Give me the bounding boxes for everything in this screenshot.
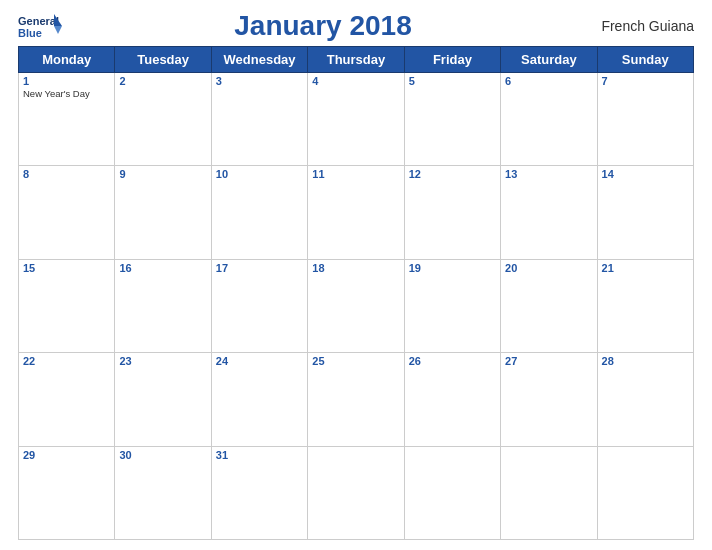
calendar-day-cell: 18 xyxy=(308,259,404,352)
calendar-week-row: 22232425262728 xyxy=(19,353,694,446)
calendar-day-cell: 26 xyxy=(404,353,500,446)
calendar-week-row: 1New Year's Day234567 xyxy=(19,73,694,166)
day-number: 21 xyxy=(602,262,689,274)
day-number: 17 xyxy=(216,262,303,274)
region-label: French Guiana xyxy=(584,18,694,34)
calendar-day-cell: 29 xyxy=(19,446,115,539)
day-number: 30 xyxy=(119,449,206,461)
day-number: 9 xyxy=(119,168,206,180)
calendar-week-row: 15161718192021 xyxy=(19,259,694,352)
calendar-day-cell: 1New Year's Day xyxy=(19,73,115,166)
calendar-day-cell: 21 xyxy=(597,259,693,352)
calendar-day-cell: 7 xyxy=(597,73,693,166)
svg-text:General: General xyxy=(18,15,59,27)
calendar-day-cell: 19 xyxy=(404,259,500,352)
day-number: 8 xyxy=(23,168,110,180)
calendar-day-cell: 8 xyxy=(19,166,115,259)
calendar-title: January 2018 xyxy=(234,10,411,41)
calendar-day-cell: 31 xyxy=(211,446,307,539)
calendar-day-cell: 10 xyxy=(211,166,307,259)
calendar-day-cell: 3 xyxy=(211,73,307,166)
day-number: 27 xyxy=(505,355,592,367)
svg-text:Blue: Blue xyxy=(18,27,42,39)
day-number: 1 xyxy=(23,75,110,87)
calendar-day-cell: 14 xyxy=(597,166,693,259)
day-number: 25 xyxy=(312,355,399,367)
calendar-day-cell: 6 xyxy=(501,73,597,166)
calendar-day-cell xyxy=(597,446,693,539)
day-number: 7 xyxy=(602,75,689,87)
calendar-day-cell: 24 xyxy=(211,353,307,446)
calendar-day-cell: 30 xyxy=(115,446,211,539)
day-number: 20 xyxy=(505,262,592,274)
weekday-header-saturday: Saturday xyxy=(501,47,597,73)
calendar-header: General Blue January 2018 French Guiana xyxy=(18,10,694,42)
logo-area: General Blue xyxy=(18,12,62,40)
weekday-header-monday: Monday xyxy=(19,47,115,73)
calendar-day-cell: 25 xyxy=(308,353,404,446)
day-number: 28 xyxy=(602,355,689,367)
calendar-day-cell: 15 xyxy=(19,259,115,352)
calendar-day-cell xyxy=(501,446,597,539)
day-number: 4 xyxy=(312,75,399,87)
calendar-day-cell: 5 xyxy=(404,73,500,166)
day-number: 24 xyxy=(216,355,303,367)
weekday-header-sunday: Sunday xyxy=(597,47,693,73)
day-number: 16 xyxy=(119,262,206,274)
calendar-day-cell: 16 xyxy=(115,259,211,352)
weekday-header-wednesday: Wednesday xyxy=(211,47,307,73)
day-number: 29 xyxy=(23,449,110,461)
weekday-header-thursday: Thursday xyxy=(308,47,404,73)
weekday-header-row: MondayTuesdayWednesdayThursdayFridaySatu… xyxy=(19,47,694,73)
calendar-day-cell: 13 xyxy=(501,166,597,259)
day-number: 19 xyxy=(409,262,496,274)
svg-marker-3 xyxy=(54,26,62,34)
day-number: 13 xyxy=(505,168,592,180)
calendar-week-row: 891011121314 xyxy=(19,166,694,259)
calendar-day-cell: 28 xyxy=(597,353,693,446)
day-number: 11 xyxy=(312,168,399,180)
title-area: January 2018 xyxy=(62,10,584,42)
day-number: 26 xyxy=(409,355,496,367)
calendar-day-cell: 9 xyxy=(115,166,211,259)
day-number: 5 xyxy=(409,75,496,87)
day-number: 6 xyxy=(505,75,592,87)
day-number: 23 xyxy=(119,355,206,367)
calendar-day-cell: 12 xyxy=(404,166,500,259)
logo-icon: General Blue xyxy=(18,12,62,40)
calendar-day-cell: 22 xyxy=(19,353,115,446)
calendar-day-cell: 17 xyxy=(211,259,307,352)
day-number: 14 xyxy=(602,168,689,180)
calendar-day-cell xyxy=(308,446,404,539)
calendar-day-cell xyxy=(404,446,500,539)
calendar-day-cell: 27 xyxy=(501,353,597,446)
day-number: 31 xyxy=(216,449,303,461)
day-number: 3 xyxy=(216,75,303,87)
calendar-day-cell: 20 xyxy=(501,259,597,352)
day-number: 12 xyxy=(409,168,496,180)
calendar-day-cell: 23 xyxy=(115,353,211,446)
calendar-day-cell: 4 xyxy=(308,73,404,166)
day-number: 10 xyxy=(216,168,303,180)
day-number: 2 xyxy=(119,75,206,87)
calendar-week-row: 293031 xyxy=(19,446,694,539)
calendar-day-cell: 2 xyxy=(115,73,211,166)
day-event: New Year's Day xyxy=(23,88,110,99)
day-number: 22 xyxy=(23,355,110,367)
weekday-header-friday: Friday xyxy=(404,47,500,73)
calendar-table: MondayTuesdayWednesdayThursdayFridaySatu… xyxy=(18,46,694,540)
day-number: 15 xyxy=(23,262,110,274)
day-number: 18 xyxy=(312,262,399,274)
calendar-day-cell: 11 xyxy=(308,166,404,259)
weekday-header-tuesday: Tuesday xyxy=(115,47,211,73)
